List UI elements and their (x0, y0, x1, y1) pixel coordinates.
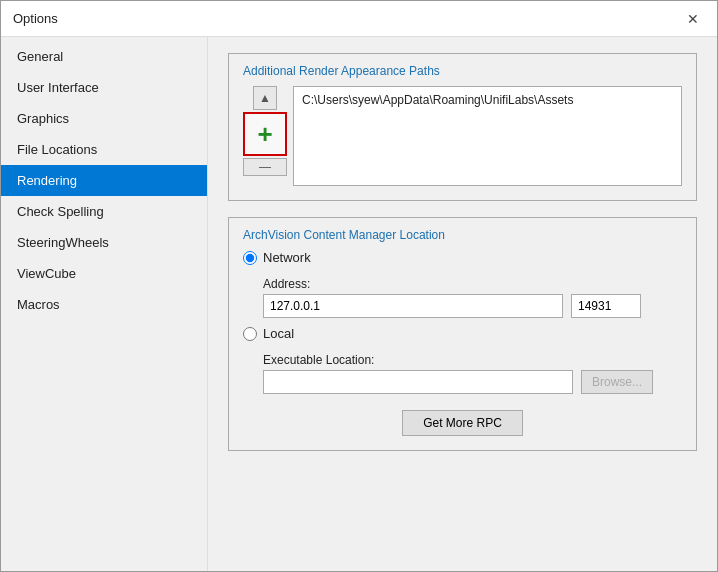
sidebar: GeneralUser InterfaceGraphicsFile Locati… (1, 37, 208, 571)
local-radio[interactable] (243, 327, 257, 341)
dialog-content: GeneralUser InterfaceGraphicsFile Locati… (1, 37, 717, 571)
paths-section-label: Additional Render Appearance Paths (243, 64, 682, 78)
sidebar-item-view-cube[interactable]: ViewCube (1, 258, 207, 289)
footer-row: Get More RPC (243, 410, 682, 436)
add-path-button[interactable]: + (243, 112, 287, 156)
port-input[interactable] (571, 294, 641, 318)
close-button[interactable]: ✕ (681, 10, 705, 28)
address-input[interactable] (263, 294, 563, 318)
network-label: Network (263, 250, 311, 265)
local-fields: Executable Location: Browse... (263, 353, 682, 394)
up-arrow-icon: ▲ (259, 91, 271, 105)
sidebar-item-steering-wheels[interactable]: SteeringWheels (1, 227, 207, 258)
plus-icon: + (257, 121, 272, 147)
main-panel: Additional Render Appearance Paths ▲ + — (208, 37, 717, 571)
local-row: Local (243, 326, 682, 341)
move-up-button[interactable]: ▲ (253, 86, 277, 110)
address-row (263, 294, 682, 318)
sidebar-item-general[interactable]: General (1, 41, 207, 72)
remove-path-button[interactable]: — (243, 158, 287, 176)
executable-input[interactable] (263, 370, 573, 394)
executable-label: Executable Location: (263, 353, 682, 367)
network-row: Network (243, 250, 682, 265)
sidebar-item-user-interface[interactable]: User Interface (1, 72, 207, 103)
sidebar-item-check-spelling[interactable]: Check Spelling (1, 196, 207, 227)
local-label: Local (263, 326, 294, 341)
network-radio[interactable] (243, 251, 257, 265)
sidebar-item-macros[interactable]: Macros (1, 289, 207, 320)
paths-area: ▲ + — C:\Users\syew\AppData\Roaming\Unif… (243, 86, 682, 186)
executable-row: Browse... (263, 370, 682, 394)
path-item: C:\Users\syew\AppData\Roaming\UnifiLabs\… (298, 91, 677, 109)
dialog-title: Options (13, 11, 58, 26)
network-fields: Address: (263, 277, 682, 318)
browse-button[interactable]: Browse... (581, 370, 653, 394)
get-more-rpc-button[interactable]: Get More RPC (402, 410, 523, 436)
sidebar-item-file-locations[interactable]: File Locations (1, 134, 207, 165)
location-radio-group: Network Address: Local Execut (243, 250, 682, 394)
paths-section: Additional Render Appearance Paths ▲ + — (228, 53, 697, 201)
minus-icon: — (259, 160, 271, 174)
sidebar-item-graphics[interactable]: Graphics (1, 103, 207, 134)
archvision-section-label: ArchVision Content Manager Location (243, 228, 682, 242)
archvision-section: ArchVision Content Manager Location Netw… (228, 217, 697, 451)
options-dialog: Options ✕ GeneralUser InterfaceGraphicsF… (0, 0, 718, 572)
paths-list: C:\Users\syew\AppData\Roaming\UnifiLabs\… (293, 86, 682, 186)
paths-controls: ▲ + — (243, 86, 287, 176)
title-bar: Options ✕ (1, 1, 717, 37)
address-label: Address: (263, 277, 682, 291)
sidebar-item-rendering[interactable]: Rendering (1, 165, 207, 196)
